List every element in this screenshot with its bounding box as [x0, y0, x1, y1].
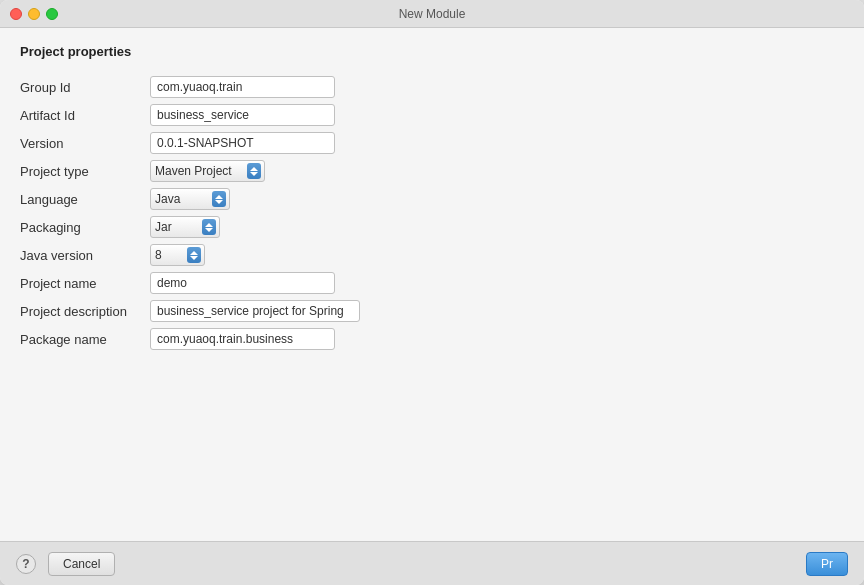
next-button[interactable]: Pr — [806, 552, 848, 576]
control-group-id — [150, 73, 844, 101]
input-group-id[interactable] — [150, 76, 335, 98]
footer: ? Cancel Pr — [0, 541, 864, 585]
select-wrapper-java-version: 8 — [150, 244, 205, 266]
control-version — [150, 129, 844, 157]
window-title: New Module — [399, 7, 466, 21]
minimize-button[interactable] — [28, 8, 40, 20]
control-project-name — [150, 269, 844, 297]
select-wrapper-language: Java — [150, 188, 230, 210]
control-package-name — [150, 325, 844, 353]
window: New Module Project properties Group Id A… — [0, 0, 864, 585]
input-project-description[interactable] — [150, 300, 360, 322]
label-packaging: Packaging — [20, 213, 150, 241]
label-artifact-id: Artifact Id — [20, 101, 150, 129]
maximize-button[interactable] — [46, 8, 58, 20]
close-button[interactable] — [10, 8, 22, 20]
label-version: Version — [20, 129, 150, 157]
select-project-type[interactable]: Maven Project — [150, 160, 265, 182]
control-language: Java — [150, 185, 844, 213]
control-packaging: Jar — [150, 213, 844, 241]
label-group-id: Group Id — [20, 73, 150, 101]
select-java-version[interactable]: 8 — [150, 244, 205, 266]
cancel-button[interactable]: Cancel — [48, 552, 115, 576]
input-artifact-id[interactable] — [150, 104, 335, 126]
label-project-description: Project description — [20, 297, 150, 325]
content-area: Project properties Group Id Artifact Id … — [0, 28, 864, 541]
input-project-name[interactable] — [150, 272, 335, 294]
label-project-type: Project type — [20, 157, 150, 185]
label-java-version: Java version — [20, 241, 150, 269]
help-button[interactable]: ? — [16, 554, 36, 574]
select-packaging[interactable]: Jar — [150, 216, 220, 238]
title-bar: New Module — [0, 0, 864, 28]
control-project-type: Maven Project — [150, 157, 844, 185]
label-language: Language — [20, 185, 150, 213]
input-package-name[interactable] — [150, 328, 335, 350]
select-wrapper-packaging: Jar — [150, 216, 220, 238]
control-artifact-id — [150, 101, 844, 129]
traffic-lights — [10, 8, 58, 20]
section-title: Project properties — [20, 44, 844, 59]
label-project-name: Project name — [20, 269, 150, 297]
input-version[interactable] — [150, 132, 335, 154]
control-java-version: 8 — [150, 241, 844, 269]
select-language[interactable]: Java — [150, 188, 230, 210]
control-project-description — [150, 297, 844, 325]
select-wrapper-project-type: Maven Project — [150, 160, 265, 182]
label-package-name: Package name — [20, 325, 150, 353]
form-grid: Group Id Artifact Id Version Project typ… — [20, 73, 844, 353]
footer-left: ? Cancel — [16, 552, 115, 576]
